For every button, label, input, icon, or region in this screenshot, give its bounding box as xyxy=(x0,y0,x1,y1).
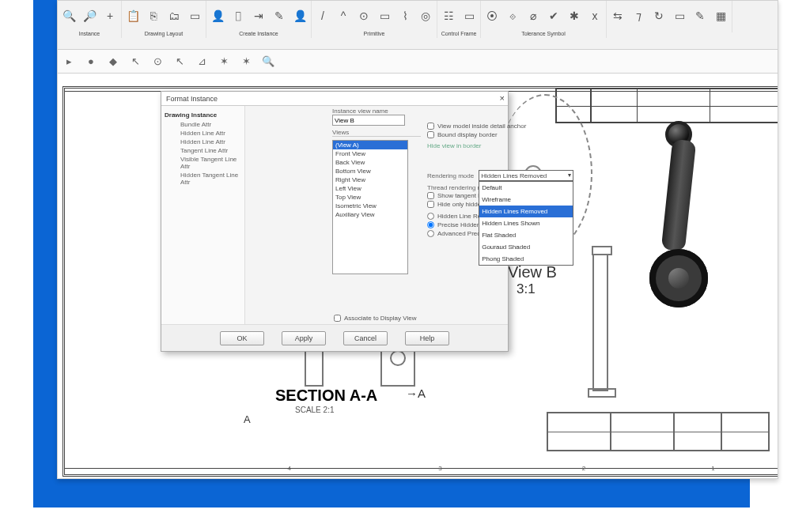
list-item[interactable]: Isometric View xyxy=(333,202,407,210)
help-button[interactable]: Help xyxy=(405,331,449,345)
ribbon-command-icon[interactable]: ⌷ xyxy=(230,2,246,29)
list-item[interactable]: Top View xyxy=(333,193,407,202)
ribbon-command-icon[interactable]: ^ xyxy=(335,2,351,29)
ribbon-command-icon[interactable]: / xyxy=(315,2,331,29)
rendering-radio[interactable] xyxy=(427,230,434,237)
list-item[interactable]: Auxiliary View xyxy=(333,210,407,219)
zone-letter-a: A xyxy=(244,413,251,425)
section-detail-hole xyxy=(390,350,406,366)
ribbon-command-icon[interactable]: ⌇ xyxy=(397,2,413,29)
ribbon-command-icon[interactable]: ◎ xyxy=(418,2,433,29)
tree-item[interactable]: Bundle Attr xyxy=(172,120,241,129)
dropdown-option[interactable]: Wireframe xyxy=(479,194,573,206)
ribbon-command-icon[interactable]: 👤 xyxy=(292,2,308,29)
ribbon-group-label: Control Frame xyxy=(441,29,477,38)
toolbar-tool-icon[interactable]: ◆ xyxy=(105,54,121,70)
ribbon-command-icon[interactable]: ⟐ xyxy=(505,2,520,29)
dropdown-option[interactable]: Hidden Lines Shown xyxy=(479,217,573,229)
close-icon[interactable]: × xyxy=(500,93,505,103)
ribbon-command-icon[interactable]: ▭ xyxy=(672,2,687,29)
checkbox-label: Hide only hidden xyxy=(437,201,485,208)
instance-name-input[interactable] xyxy=(332,115,405,126)
dropdown-value: Hidden Lines Removed xyxy=(481,172,547,179)
option-checkbox[interactable] xyxy=(427,201,434,208)
apply-button[interactable]: Apply xyxy=(282,331,326,345)
option-checkbox[interactable] xyxy=(427,131,434,138)
ribbon-group-label: Create Instance xyxy=(239,29,278,38)
tree-item[interactable]: Hidden Line Attr xyxy=(172,129,241,138)
ribbon-command-icon[interactable]: ⎘ xyxy=(146,2,161,29)
tree-item[interactable]: Visible Tangent Line Attr xyxy=(172,155,241,171)
toolbar-tool-icon[interactable]: ↖ xyxy=(127,54,143,70)
format-instance-dialog: Format Instance × Drawing Instance Bundl… xyxy=(161,91,509,352)
ribbon-command-icon[interactable]: x xyxy=(587,2,603,29)
ribbon-command-icon[interactable]: 📋 xyxy=(125,2,141,29)
ribbon-command-icon[interactable]: ☷ xyxy=(441,2,456,29)
link-text[interactable]: Hide view in border xyxy=(427,142,585,149)
list-item[interactable]: Left View xyxy=(333,184,407,193)
option-checkbox[interactable] xyxy=(427,192,434,199)
ribbon-command-icon[interactable]: ⇥ xyxy=(251,2,267,29)
dropdown-option[interactable]: Gouraud Shaded xyxy=(479,241,573,253)
ok-button[interactable]: OK xyxy=(220,331,264,345)
ribbon-command-icon[interactable]: ✎ xyxy=(271,2,287,29)
rendering-radio[interactable] xyxy=(427,213,434,220)
views-listbox[interactable]: (View A)Front ViewBack ViewBottom ViewRi… xyxy=(332,140,408,274)
dropdown-option[interactable]: Hidden Lines Removed xyxy=(479,206,573,217)
dialog-titlebar: Format Instance × xyxy=(161,92,508,106)
flag-icon[interactable]: ▸ xyxy=(61,54,77,70)
dropdown-option[interactable]: Default xyxy=(479,182,573,194)
ribbon-command-icon[interactable]: 🗂 xyxy=(166,2,182,29)
ribbon-command-icon[interactable]: ↻ xyxy=(651,2,667,29)
dialog-category-tree[interactable]: Drawing Instance Bundle AttrHidden Line … xyxy=(161,106,245,324)
dropdown-option[interactable]: Phong Shaded xyxy=(479,253,573,265)
rendering-radio[interactable] xyxy=(427,221,434,228)
toolbar-tool-icon[interactable]: 🔍 xyxy=(260,54,276,70)
cancel-button[interactable]: Cancel xyxy=(343,331,388,345)
secondary-toolbar: ▸ ●◆↖⊙↖⊿✶✶🔍 xyxy=(58,50,778,74)
ribbon-command-icon[interactable]: ▭ xyxy=(461,2,477,29)
ribbon-command-icon[interactable]: ✔ xyxy=(546,2,562,29)
toolbar-tool-icon[interactable]: ✶ xyxy=(238,54,254,70)
tree-item[interactable]: Hidden Line Attr xyxy=(172,138,241,146)
list-item[interactable]: Right View xyxy=(333,175,407,184)
list-item[interactable]: Bottom View xyxy=(333,167,407,175)
ribbon-command-icon[interactable]: ▭ xyxy=(377,2,392,29)
ribbon-group: /^⊙▭⌇◎Primitive xyxy=(312,1,437,38)
ribbon-toolbar: 🔍🔎+Instance📋⎘🗂▭Drawing Layout👤⌷⇥✎👤Create… xyxy=(58,1,778,50)
list-item[interactable]: Back View xyxy=(333,158,407,167)
dialog-button-row: OK Apply Cancel Help xyxy=(161,324,508,351)
drawing-title-block xyxy=(555,88,778,123)
option-checkbox[interactable] xyxy=(427,123,434,130)
rendering-mode-options[interactable]: DefaultWireframeHidden Lines RemovedHidd… xyxy=(479,181,573,266)
list-item[interactable]: Front View xyxy=(333,149,407,158)
ribbon-command-icon[interactable]: ▦ xyxy=(713,2,729,29)
ribbon-command-icon[interactable]: ⊙ xyxy=(356,2,372,29)
tree-item[interactable]: Tangent Line Attr xyxy=(172,146,241,155)
toolbar-tool-icon[interactable]: ● xyxy=(83,54,99,70)
ribbon-command-icon[interactable]: ✱ xyxy=(566,2,582,29)
ribbon-command-icon[interactable]: ▭ xyxy=(187,2,202,29)
toolbar-tool-icon[interactable]: ✶ xyxy=(216,54,232,70)
ribbon-command-icon[interactable]: ✎ xyxy=(692,2,708,29)
ribbon-command-icon[interactable]: 🔎 xyxy=(81,2,97,29)
ribbon-command-icon[interactable]: ⦿ xyxy=(484,2,500,29)
rendering-mode-dropdown[interactable]: Hidden Lines Removed ▾ DefaultWireframeH… xyxy=(479,170,573,181)
ribbon-command-icon[interactable]: + xyxy=(102,2,118,29)
list-item[interactable]: (View A) xyxy=(333,141,407,149)
toolbar-tool-icon[interactable]: ⊙ xyxy=(149,54,165,70)
tree-header[interactable]: Drawing Instance xyxy=(165,111,241,119)
toolbar-tool-icon[interactable]: ↖ xyxy=(172,54,187,70)
tree-item[interactable]: Hidden Tangent Line Attr xyxy=(172,171,241,187)
ribbon-command-icon[interactable]: ⇆ xyxy=(610,2,626,29)
toolbar-tool-icon[interactable]: ⊿ xyxy=(194,54,210,70)
ribbon-group-label: Drawing Layout xyxy=(145,29,184,38)
ribbon-command-icon[interactable]: ⌀ xyxy=(525,2,541,29)
ribbon-command-icon[interactable]: 🔍 xyxy=(61,2,77,29)
associate-display-checkbox[interactable] xyxy=(334,315,341,322)
drawing-canvas[interactable]: 4 3 2 1 SECTION A-A SCALE 2:1 →A A View … xyxy=(58,74,778,478)
ribbon-command-icon[interactable]: ⁊ xyxy=(630,2,646,29)
ribbon-command-icon[interactable]: 👤 xyxy=(210,2,225,29)
dropdown-option[interactable]: Flat Shaded xyxy=(479,229,573,241)
dialog-title-text: Format Instance xyxy=(166,95,218,103)
